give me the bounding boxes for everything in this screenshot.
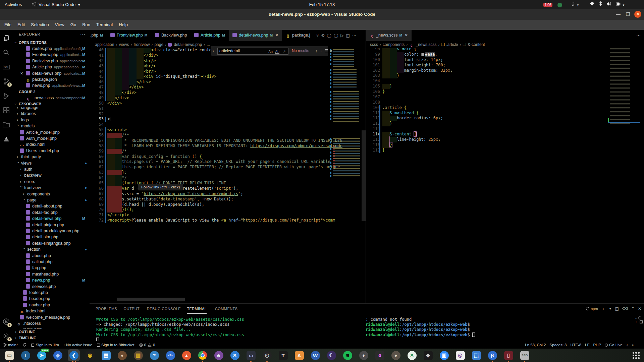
tree-item-backview[interactable]: ›backview: [12, 172, 90, 178]
code-line-61[interactable]: 61this.page.url = PAGE_URL; // Replace P…: [90, 159, 366, 165]
regex-icon[interactable]: .*: [283, 49, 285, 55]
code-line-44[interactable]: 44<br/>: [90, 69, 366, 74]
code-line-115[interactable]: 115line-height: 25px;: [366, 137, 644, 142]
tree-item-logs[interactable]: ›logs: [12, 117, 90, 123]
editor-action-3[interactable]: ◯: [334, 33, 338, 38]
wifi-icon[interactable]: [590, 0, 595, 9]
tree-item-faq.php[interactable]: faq.php: [12, 265, 90, 271]
jira-signin[interactable]: Sign in to Jira: [31, 343, 59, 347]
minimap-2[interactable]: [608, 48, 640, 303]
bitbucket-signin[interactable]: Sign in to Bitbucket: [97, 343, 134, 347]
tree-item-detail-about.php[interactable]: detail-about.php: [12, 203, 90, 209]
dock-mic-icon[interactable]: ♦: [358, 349, 370, 361]
dock-dbeaver-icon[interactable]: ᴥ: [116, 349, 128, 361]
activity-folder-icon[interactable]: [0, 118, 12, 131]
open-editor-routes.php[interactable]: routes.phpapplication/configM: [12, 46, 90, 52]
eol-status[interactable]: LF: [585, 343, 589, 347]
editor1-tab-package-j[interactable]: {}package.j: [282, 30, 314, 41]
dock-calibre-icon[interactable]: ▥: [132, 349, 144, 361]
maximize-panel-icon[interactable]: ⌃: [631, 306, 635, 311]
editor-action-more[interactable]: ⋯: [636, 33, 641, 38]
breadcrumb-item[interactable]: application: [95, 42, 114, 47]
code-line-58[interactable]: 58* LEARN WHY DEFINING THESE VARIABLES I…: [90, 143, 366, 149]
sync-status[interactable]: [22, 343, 26, 347]
tray-app-icon[interactable]: [557, 0, 562, 9]
code-line-43[interactable]: 43<br/>: [90, 64, 366, 69]
tree-item-views[interactable]: ›views: [12, 160, 90, 166]
sidebar-section-open-editors[interactable]: ›OPEN EDITORS: [12, 40, 90, 46]
scrollbar-1[interactable]: [362, 130, 366, 221]
find-expand-icon[interactable]: ›: [213, 49, 214, 53]
editor-action-6[interactable]: ⋯: [352, 33, 356, 38]
battery-icon[interactable]: ▼: [616, 0, 625, 9]
breadcrumb-item[interactable]: _news.scss: [416, 42, 436, 47]
panel-tab-terminal[interactable]: TERMINAL: [187, 304, 207, 314]
tree-item-section[interactable]: ›section: [12, 246, 90, 252]
find-next-icon[interactable]: ↓: [320, 49, 322, 53]
dock-ssd-icon[interactable]: SSD: [519, 349, 531, 361]
dock-discord-icon[interactable]: ω: [245, 349, 257, 361]
tree-item-index.html[interactable]: <>index.html: [12, 308, 90, 314]
close-editor-icon[interactable]: ✕: [20, 70, 23, 76]
code-line-46[interactable]: 46</div>: [90, 79, 366, 85]
active-issue[interactable]: ›No active issue: [64, 343, 92, 347]
breadcrumb-item[interactable]: detail-news.php: [174, 42, 202, 47]
dock-blueapp-icon[interactable]: ◆: [52, 349, 64, 361]
clock[interactable]: Feb 15 17:13: [295, 0, 349, 9]
dock-codeapp-icon[interactable]: </>: [164, 349, 176, 361]
code-line-60[interactable]: 60var disqus_config = function () {: [90, 154, 366, 160]
code-line-72[interactable]: 72<noscript>Please enable JavaScript to …: [90, 218, 366, 223]
dock-zoom-icon[interactable]: ▣: [438, 349, 450, 361]
indentation-status[interactable]: Spaces: 3: [549, 343, 567, 347]
tree-item-header.php[interactable]: header.php: [12, 296, 90, 302]
kill-terminal-icon[interactable]: ⌫: [622, 306, 628, 311]
dock-phone-icon[interactable]: ▯: [502, 349, 515, 361]
find-selection-icon[interactable]: ☰: [325, 49, 328, 53]
tree-item-callout.php[interactable]: callout.php: [12, 259, 90, 265]
code-editor-2[interactable]: 98&-date {99color: #aaa;100font-size: 14…: [366, 48, 644, 303]
menu-run[interactable]: Run: [79, 20, 93, 30]
activity-account-icon[interactable]: 1: [0, 315, 12, 328]
code-line-45[interactable]: 45<div id="disqus_thread"></div>: [90, 74, 366, 79]
tree-item-detail-faq.php[interactable]: detail-faq.php: [12, 209, 90, 216]
tree-item-detail-sim.php[interactable]: detail-sim.php: [12, 234, 90, 240]
editor2-tab--news-scss[interactable]: ς_news.scssM✕: [366, 30, 412, 41]
menu-help[interactable]: Help: [116, 20, 131, 30]
code-line-99[interactable]: 99color: #aaa;: [366, 52, 644, 57]
editor-action-4[interactable]: ▷: [340, 33, 343, 38]
code-line-104[interactable]: 104: [366, 78, 644, 84]
split-terminal-icon[interactable]: ◫: [615, 306, 619, 311]
tree-item-Users_model.php[interactable]: Users_model.php: [12, 148, 90, 154]
dock-telegram-icon[interactable]: ➤9999: [36, 349, 48, 361]
golive-status[interactable]: Go Live: [605, 343, 623, 347]
code-line-54[interactable]: 54: [90, 122, 366, 127]
code-line-100[interactable]: 100font-size: 14px;: [366, 57, 644, 63]
activity-mountain-icon[interactable]: [0, 133, 12, 145]
dock-vscode-icon[interactable]: ❮: [68, 349, 80, 361]
sidebar-section-outline[interactable]: ›OUTLINE: [12, 329, 90, 335]
code-line-106[interactable]: 106}: [366, 89, 644, 95]
activity-search-icon[interactable]: [0, 46, 12, 59]
breadcrumb-item[interactable]: frontview: [133, 42, 150, 47]
tree-item-page[interactable]: ›page: [12, 197, 90, 203]
tree-item-index.html[interactable]: <>index.html: [12, 141, 90, 147]
code-line-109[interactable]: 109.article {: [366, 105, 644, 111]
editor1-tab-Backview-php[interactable]: Backview.php: [151, 30, 191, 41]
whole-word-icon[interactable]: Ab: [275, 49, 279, 55]
menu-terminal[interactable]: Terminal: [93, 20, 116, 30]
code-line-53[interactable]: 53<: [90, 117, 366, 122]
dock-clock-icon[interactable]: ◴: [261, 349, 273, 361]
dock-document-icon[interactable]: ▤: [100, 349, 112, 361]
code-line-49[interactable]: 49</div>: [90, 96, 366, 101]
code-line-66[interactable]: 66var d = document, s = d.createElement(…: [90, 186, 366, 191]
new-terminal-icon[interactable]: ＋: [601, 306, 605, 312]
close-tab-icon[interactable]: ✕: [405, 33, 408, 38]
activity-files-icon[interactable]: [0, 32, 12, 44]
bluetooth-icon[interactable]: [599, 0, 602, 9]
activity-api-icon[interactable]: /API: [0, 61, 12, 73]
encoding-status[interactable]: UTF-8: [570, 343, 581, 347]
tree-item-welcome_message.php[interactable]: welcome_message.php: [12, 314, 90, 320]
find-close-icon[interactable]: ✕: [329, 49, 333, 53]
close-tab-icon[interactable]: ✕: [275, 33, 278, 38]
breadcrumb-2[interactable]: scss›components›ς_news.scss›❏.article›❏&…: [366, 41, 644, 48]
